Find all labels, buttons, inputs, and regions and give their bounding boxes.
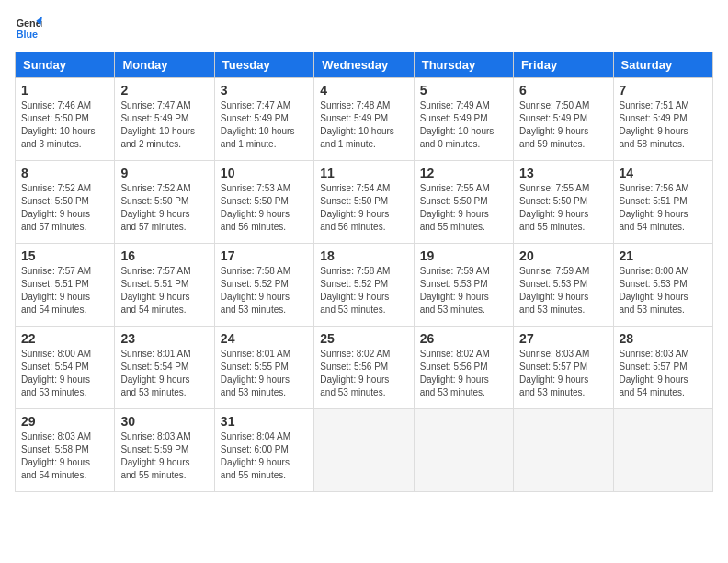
empty-cell	[514, 409, 613, 492]
day-info: Sunrise: 8:03 AMSunset: 5:58 PMDaylight:…	[21, 431, 108, 482]
calendar-week-5: 29Sunrise: 8:03 AMSunset: 5:58 PMDayligh…	[16, 409, 713, 492]
day-cell-16: 16Sunrise: 7:57 AMSunset: 5:51 PMDayligh…	[115, 244, 214, 327]
day-cell-2: 2Sunrise: 7:47 AMSunset: 5:49 PMDaylight…	[115, 78, 214, 161]
day-number: 16	[120, 248, 208, 263]
day-number: 28	[620, 331, 707, 346]
day-info: Sunrise: 8:02 AMSunset: 5:56 PMDaylight:…	[420, 348, 507, 399]
day-info: Sunrise: 7:47 AMSunset: 5:49 PMDaylight:…	[221, 99, 308, 151]
day-number: 17	[221, 248, 308, 263]
day-cell-29: 29Sunrise: 8:03 AMSunset: 5:58 PMDayligh…	[16, 409, 115, 492]
empty-cell	[613, 409, 712, 492]
day-number: 21	[620, 248, 707, 263]
day-number: 9	[120, 166, 208, 180]
day-cell-19: 19Sunrise: 7:59 AMSunset: 5:53 PMDayligh…	[414, 244, 513, 327]
day-info: Sunrise: 7:52 AMSunset: 5:50 PMDaylight:…	[120, 182, 208, 234]
day-cell-9: 9Sunrise: 7:52 AMSunset: 5:50 PMDaylight…	[115, 161, 214, 244]
day-info: Sunrise: 8:03 AMSunset: 5:57 PMDaylight:…	[620, 348, 707, 399]
day-info: Sunrise: 7:57 AMSunset: 5:51 PMDaylight:…	[120, 265, 208, 316]
day-info: Sunrise: 8:04 AMSunset: 6:00 PMDaylight:…	[221, 431, 308, 482]
day-number: 5	[420, 83, 507, 98]
column-header-thursday: Thursday	[414, 52, 513, 78]
day-cell-30: 30Sunrise: 8:03 AMSunset: 5:59 PMDayligh…	[115, 409, 214, 492]
day-number: 27	[519, 331, 607, 346]
day-number: 4	[320, 83, 407, 98]
day-cell-17: 17Sunrise: 7:58 AMSunset: 5:52 PMDayligh…	[214, 244, 313, 327]
day-cell-5: 5Sunrise: 7:49 AMSunset: 5:49 PMDaylight…	[414, 78, 513, 161]
svg-text:Blue: Blue	[17, 29, 38, 40]
calendar-week-1: 1Sunrise: 7:46 AMSunset: 5:50 PMDaylight…	[16, 78, 713, 161]
day-info: Sunrise: 7:46 AMSunset: 5:50 PMDaylight:…	[21, 99, 108, 151]
day-number: 11	[320, 166, 407, 180]
column-header-wednesday: Wednesday	[314, 52, 414, 78]
day-number: 31	[221, 414, 308, 429]
day-number: 15	[21, 248, 108, 263]
calendar-week-2: 8Sunrise: 7:52 AMSunset: 5:50 PMDaylight…	[16, 161, 713, 244]
day-info: Sunrise: 7:59 AMSunset: 5:53 PMDaylight:…	[420, 265, 507, 316]
day-number: 22	[21, 331, 108, 346]
column-header-monday: Monday	[115, 52, 214, 78]
day-cell-15: 15Sunrise: 7:57 AMSunset: 5:51 PMDayligh…	[16, 244, 115, 327]
calendar-week-3: 15Sunrise: 7:57 AMSunset: 5:51 PMDayligh…	[16, 244, 713, 327]
day-cell-24: 24Sunrise: 8:01 AMSunset: 5:55 PMDayligh…	[214, 327, 313, 409]
day-info: Sunrise: 8:00 AMSunset: 5:54 PMDaylight:…	[21, 348, 108, 399]
day-number: 29	[21, 414, 108, 429]
day-cell-26: 26Sunrise: 8:02 AMSunset: 5:56 PMDayligh…	[414, 327, 513, 409]
day-info: Sunrise: 7:58 AMSunset: 5:52 PMDaylight:…	[320, 265, 407, 316]
day-info: Sunrise: 7:59 AMSunset: 5:53 PMDaylight:…	[519, 265, 607, 316]
day-info: Sunrise: 7:50 AMSunset: 5:49 PMDaylight:…	[519, 99, 607, 151]
day-number: 12	[420, 166, 507, 180]
day-number: 7	[620, 83, 707, 98]
day-cell-13: 13Sunrise: 7:55 AMSunset: 5:50 PMDayligh…	[514, 161, 613, 244]
day-cell-27: 27Sunrise: 8:03 AMSunset: 5:57 PMDayligh…	[514, 327, 613, 409]
day-info: Sunrise: 7:52 AMSunset: 5:50 PMDaylight:…	[21, 182, 108, 234]
day-cell-20: 20Sunrise: 7:59 AMSunset: 5:53 PMDayligh…	[514, 244, 613, 327]
day-number: 1	[21, 83, 108, 98]
day-number: 20	[519, 248, 607, 263]
day-cell-25: 25Sunrise: 8:02 AMSunset: 5:56 PMDayligh…	[314, 327, 414, 409]
empty-cell	[314, 409, 414, 492]
day-cell-3: 3Sunrise: 7:47 AMSunset: 5:49 PMDaylight…	[214, 78, 313, 161]
day-cell-31: 31Sunrise: 8:04 AMSunset: 6:00 PMDayligh…	[214, 409, 313, 492]
day-number: 13	[519, 166, 607, 180]
day-info: Sunrise: 7:51 AMSunset: 5:49 PMDaylight:…	[620, 99, 707, 151]
day-info: Sunrise: 7:58 AMSunset: 5:52 PMDaylight:…	[221, 265, 308, 316]
day-info: Sunrise: 7:54 AMSunset: 5:50 PMDaylight:…	[320, 182, 407, 234]
day-info: Sunrise: 7:57 AMSunset: 5:51 PMDaylight:…	[21, 265, 108, 316]
day-cell-28: 28Sunrise: 8:03 AMSunset: 5:57 PMDayligh…	[613, 327, 712, 409]
day-cell-4: 4Sunrise: 7:48 AMSunset: 5:49 PMDaylight…	[314, 78, 414, 161]
day-number: 23	[120, 331, 208, 346]
day-number: 10	[221, 166, 308, 180]
day-cell-14: 14Sunrise: 7:56 AMSunset: 5:51 PMDayligh…	[613, 161, 712, 244]
day-cell-10: 10Sunrise: 7:53 AMSunset: 5:50 PMDayligh…	[214, 161, 313, 244]
day-info: Sunrise: 8:01 AMSunset: 5:54 PMDaylight:…	[120, 348, 208, 399]
logo-icon: General Blue	[15, 15, 42, 42]
column-header-sunday: Sunday	[16, 52, 115, 78]
day-cell-23: 23Sunrise: 8:01 AMSunset: 5:54 PMDayligh…	[115, 327, 214, 409]
empty-cell	[414, 409, 513, 492]
day-number: 25	[320, 331, 407, 346]
day-number: 19	[420, 248, 507, 263]
day-info: Sunrise: 8:03 AMSunset: 5:59 PMDaylight:…	[120, 431, 208, 482]
day-number: 2	[120, 83, 208, 98]
day-info: Sunrise: 7:53 AMSunset: 5:50 PMDaylight:…	[221, 182, 308, 234]
day-cell-11: 11Sunrise: 7:54 AMSunset: 5:50 PMDayligh…	[314, 161, 414, 244]
calendar-table: SundayMondayTuesdayWednesdayThursdayFrid…	[15, 52, 713, 492]
day-info: Sunrise: 7:48 AMSunset: 5:49 PMDaylight:…	[320, 99, 407, 151]
column-header-friday: Friday	[514, 52, 613, 78]
day-cell-21: 21Sunrise: 8:00 AMSunset: 5:53 PMDayligh…	[613, 244, 712, 327]
page-header: General Blue	[15, 15, 713, 42]
logo: General Blue	[15, 15, 42, 42]
calendar-week-4: 22Sunrise: 8:00 AMSunset: 5:54 PMDayligh…	[16, 327, 713, 409]
day-cell-7: 7Sunrise: 7:51 AMSunset: 5:49 PMDaylight…	[613, 78, 712, 161]
day-info: Sunrise: 7:47 AMSunset: 5:49 PMDaylight:…	[120, 99, 208, 151]
day-info: Sunrise: 7:56 AMSunset: 5:51 PMDaylight:…	[620, 182, 707, 234]
day-info: Sunrise: 7:55 AMSunset: 5:50 PMDaylight:…	[519, 182, 607, 234]
day-number: 8	[21, 166, 108, 180]
day-info: Sunrise: 7:55 AMSunset: 5:50 PMDaylight:…	[420, 182, 507, 234]
day-cell-6: 6Sunrise: 7:50 AMSunset: 5:49 PMDaylight…	[514, 78, 613, 161]
day-cell-1: 1Sunrise: 7:46 AMSunset: 5:50 PMDaylight…	[16, 78, 115, 161]
day-number: 14	[620, 166, 707, 180]
day-cell-8: 8Sunrise: 7:52 AMSunset: 5:50 PMDaylight…	[16, 161, 115, 244]
day-info: Sunrise: 8:00 AMSunset: 5:53 PMDaylight:…	[620, 265, 707, 316]
column-header-tuesday: Tuesday	[214, 52, 313, 78]
